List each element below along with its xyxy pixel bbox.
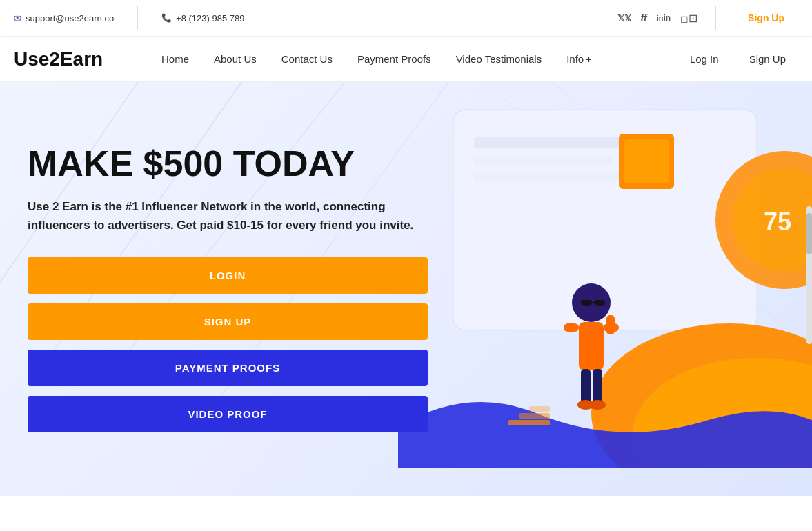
signup-button[interactable]: SIGN UP xyxy=(28,303,428,340)
hero-section: MAKE $500 TODAY Use 2 Earn is the #1 Inf… xyxy=(0,82,812,496)
top-bar-left: support@use2earn.co 📞 +8 (123) 985 789 xyxy=(14,6,617,30)
email-text: support@use2earn.co xyxy=(26,13,114,23)
svg-rect-19 xyxy=(564,323,579,332)
video-proof-button[interactable]: VIDEO PROOF xyxy=(28,396,428,432)
top-bar-right: 𝕏 f in ⊡ Sign Up xyxy=(617,6,798,30)
svg-rect-8 xyxy=(474,157,612,165)
svg-rect-21 xyxy=(581,369,591,403)
twitter-icon[interactable]: 𝕏 xyxy=(617,13,631,23)
phone-icon: 📞 xyxy=(161,13,172,23)
login-button[interactable]: LOGIN xyxy=(28,257,428,294)
facebook-icon[interactable]: f xyxy=(641,12,647,23)
nav-about-us[interactable]: About Us xyxy=(204,48,266,70)
svg-point-24 xyxy=(589,400,606,410)
topbar-right-divider xyxy=(715,6,716,30)
svg-rect-22 xyxy=(593,369,602,403)
nav-signup-link[interactable]: Sign Up xyxy=(737,48,798,70)
email-icon xyxy=(14,13,21,23)
svg-rect-9 xyxy=(474,173,640,181)
nav-info[interactable]: Info + xyxy=(557,48,601,70)
svg-rect-25 xyxy=(606,315,615,334)
nav-payment-proofs[interactable]: Payment Proofs xyxy=(348,48,441,70)
nav-login-link[interactable]: Log In xyxy=(677,48,731,70)
illustration-svg: 75 xyxy=(398,96,812,468)
nav-info-label: Info xyxy=(566,53,584,65)
svg-rect-27 xyxy=(594,299,605,306)
social-icons: 𝕏 f in ⊡ xyxy=(617,12,698,25)
plus-icon: + xyxy=(586,54,591,65)
instagram-icon[interactable]: ⊡ xyxy=(680,12,697,25)
nav-video-testimonials[interactable]: Video Testimonials xyxy=(446,48,552,70)
scrollbar-track xyxy=(806,206,812,344)
phone-text: +8 (123) 985 789 xyxy=(176,13,244,23)
nav-contact-us[interactable]: Contact Us xyxy=(272,48,342,70)
site-logo[interactable]: Use2Earn xyxy=(14,48,124,70)
hero-content: MAKE $500 TODAY Use 2 Earn is the #1 Inf… xyxy=(28,123,428,432)
svg-rect-29 xyxy=(508,420,550,425)
phone-contact: 📞 +8 (123) 985 789 xyxy=(161,13,244,23)
svg-rect-26 xyxy=(581,299,592,306)
svg-rect-31 xyxy=(529,406,550,412)
nav-home[interactable]: Home xyxy=(152,48,199,70)
email-contact: support@use2earn.co xyxy=(14,13,114,23)
nav-actions: Log In Sign Up xyxy=(677,48,798,70)
top-bar: support@use2earn.co 📞 +8 (123) 985 789 𝕏… xyxy=(0,0,812,37)
payment-proofs-button[interactable]: PAYMENT PROOFS xyxy=(28,350,428,386)
linkedin-icon[interactable]: in xyxy=(657,13,671,23)
hero-description: Use 2 Earn is the #1 Influencer Network … xyxy=(28,197,428,234)
topbar-divider xyxy=(137,6,138,30)
svg-rect-11 xyxy=(624,139,669,183)
svg-rect-18 xyxy=(579,322,604,370)
hero-title: MAKE $500 TODAY xyxy=(28,144,428,183)
hero-illustration: 75 xyxy=(366,82,812,496)
hero-buttons: LOGIN SIGN UP PAYMENT PROOFS VIDEO PROOF xyxy=(28,257,428,432)
scrollbar-thumb[interactable] xyxy=(806,213,812,254)
navbar: Use2Earn Home About Us Contact Us Paymen… xyxy=(0,37,812,82)
svg-rect-30 xyxy=(519,413,550,419)
nav-links: Home About Us Contact Us Payment Proofs … xyxy=(152,48,677,70)
svg-text:75: 75 xyxy=(764,208,791,236)
topbar-signup-button[interactable]: Sign Up xyxy=(734,12,798,23)
